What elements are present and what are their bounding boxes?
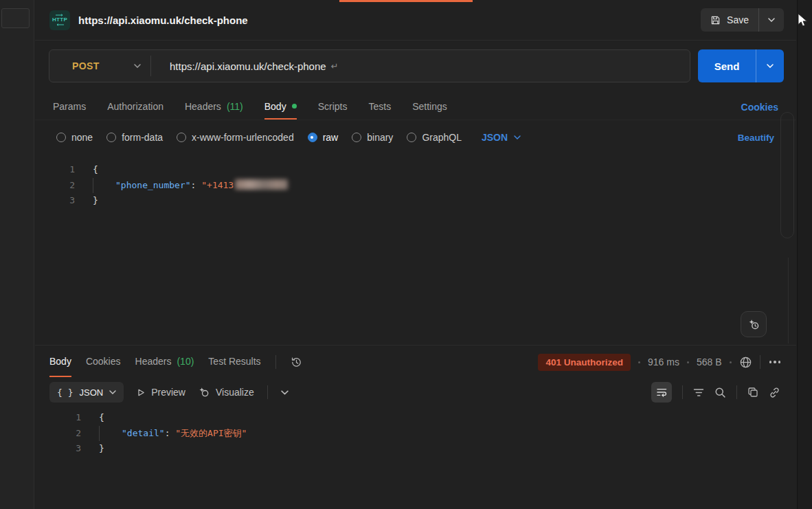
visualize-sparkle-icon xyxy=(199,387,210,398)
radio-label: form-data xyxy=(122,132,163,143)
code-line: 1 { xyxy=(48,410,769,426)
code-text: "phone_number": "+1413 xyxy=(75,178,288,194)
code-text: } xyxy=(81,441,104,457)
request-header: HTTP https://api.xiaomu.uk/check-phone S… xyxy=(35,0,796,41)
response-header: Body Cookies Headers(10) Test Results 40… xyxy=(35,347,796,377)
method-label: POST xyxy=(72,60,100,71)
preview-button[interactable]: Preview xyxy=(137,387,185,398)
app-root: HTTP https://api.xiaomu.uk/check-phone S… xyxy=(0,0,812,509)
line-number: 1 xyxy=(42,162,75,178)
http-badge-label: HTTP xyxy=(52,17,67,23)
response-format-dropdown[interactable]: { } JSON xyxy=(49,382,124,403)
tab-tests[interactable]: Tests xyxy=(368,94,391,120)
line-number: 2 xyxy=(48,426,81,442)
tab-label: Params xyxy=(53,101,86,112)
network-info-button[interactable] xyxy=(739,356,752,369)
response-meta: 401 Unauthorized 916 ms 568 B xyxy=(538,347,796,377)
chevron-down-icon xyxy=(768,18,775,22)
save-button[interactable]: Save xyxy=(701,8,759,32)
raw-format-dropdown[interactable]: JSON xyxy=(482,132,521,143)
save-split-button: Save xyxy=(701,8,784,32)
main-panel: HTTP https://api.xiaomu.uk/check-phone S… xyxy=(35,0,796,509)
search-button[interactable] xyxy=(714,387,726,398)
scrollbar-track xyxy=(788,258,789,343)
line-number: 1 xyxy=(48,410,81,426)
sidebar-collapsed-item[interactable] xyxy=(1,8,30,28)
radio-label: none xyxy=(71,132,93,143)
json-key: "detail" xyxy=(122,428,165,438)
radio-graphql[interactable]: GraphQL xyxy=(407,132,462,143)
save-button-label: Save xyxy=(727,14,749,25)
tab-label: Cookies xyxy=(86,356,121,367)
response-section-divider[interactable] xyxy=(35,345,796,346)
tab-body[interactable]: Body xyxy=(264,94,297,120)
chevron-down-icon xyxy=(134,64,141,68)
wrap-text-button[interactable] xyxy=(651,382,672,403)
mouse-cursor xyxy=(798,13,808,27)
filter-button[interactable] xyxy=(693,388,704,397)
dot-separator xyxy=(638,361,640,363)
preview-label: Preview xyxy=(151,387,185,398)
method-selector[interactable]: POST xyxy=(49,60,150,71)
request-title: https://api.xiaomu.uk/check-phone xyxy=(78,14,248,26)
radio-label: GraphQL xyxy=(422,132,462,143)
send-options-button[interactable] xyxy=(756,49,784,82)
radio-raw[interactable]: raw xyxy=(308,132,339,143)
code-line: 3 } xyxy=(42,193,769,209)
response-tab-headers[interactable]: Headers(10) xyxy=(135,347,194,377)
code-text: "detail": "无效的API密钥" xyxy=(81,426,247,442)
code-line: 3 } xyxy=(48,441,769,457)
globe-icon xyxy=(739,356,752,369)
response-time[interactable]: 916 ms xyxy=(648,357,679,367)
response-tab-test-results[interactable]: Test Results xyxy=(208,347,260,377)
scrollbar-thumb[interactable] xyxy=(780,112,794,238)
radio-form-data[interactable]: form-data xyxy=(106,132,163,143)
divider xyxy=(267,385,268,399)
code-line: 1 { xyxy=(42,162,769,178)
response-size[interactable]: 568 B xyxy=(697,357,722,367)
http-request-icon: HTTP xyxy=(49,10,70,30)
send-split-button: Send xyxy=(698,49,784,82)
tab-label: Headers xyxy=(135,356,172,367)
radio-none[interactable]: none xyxy=(56,132,93,143)
tab-authorization[interactable]: Authorization xyxy=(107,94,163,120)
line-number: 3 xyxy=(48,441,81,457)
copy-button[interactable] xyxy=(747,387,758,398)
visualize-button[interactable]: Visualize xyxy=(199,387,254,398)
url-input[interactable]: https://api.xiaomu.uk/check-phone xyxy=(170,60,326,72)
cookies-link[interactable]: Cookies xyxy=(741,102,778,113)
radio-circle-icon xyxy=(106,133,116,142)
dot-separator xyxy=(687,361,689,363)
response-headers-count: (10) xyxy=(177,356,194,367)
radio-x-www-form-urlencoded[interactable]: x-www-form-urlencoded xyxy=(177,132,294,143)
response-body-viewer[interactable]: 1 { 2 "detail": "无效的API密钥" 3 } xyxy=(48,410,769,472)
tab-label: Headers xyxy=(185,101,221,112)
status-badge[interactable]: 401 Unauthorized xyxy=(538,354,631,371)
tab-params[interactable]: Params xyxy=(53,94,86,120)
tab-label: Tests xyxy=(368,101,391,112)
response-history-button[interactable] xyxy=(291,357,302,368)
tab-scripts[interactable]: Scripts xyxy=(318,94,348,120)
request-body-editor[interactable]: 1 { 2 "phone_number": "+1413 3 } xyxy=(42,162,769,343)
link-button[interactable] xyxy=(769,387,780,398)
radio-circle-icon xyxy=(56,133,66,142)
more-options-button[interactable] xyxy=(768,359,782,365)
response-tab-cookies[interactable]: Cookies xyxy=(86,347,121,377)
clock-history-icon xyxy=(291,357,302,368)
json-value: "无效的API密钥" xyxy=(175,428,247,438)
dot-separator xyxy=(730,361,732,363)
tab-label: Body xyxy=(49,356,71,367)
postbot-button[interactable] xyxy=(741,311,767,337)
more-views-chevron[interactable] xyxy=(281,390,289,395)
radio-binary[interactable]: binary xyxy=(352,132,393,143)
send-button[interactable]: Send xyxy=(698,49,756,82)
play-triangle-icon xyxy=(137,388,145,397)
visualize-label: Visualize xyxy=(216,387,254,398)
divider xyxy=(736,385,737,399)
response-tab-body[interactable]: Body xyxy=(49,347,71,377)
wrap-text-icon xyxy=(656,387,668,397)
tab-headers[interactable]: Headers(11) xyxy=(185,94,243,120)
beautify-link[interactable]: Beautify xyxy=(738,133,774,143)
save-options-button[interactable] xyxy=(759,8,784,32)
tab-settings[interactable]: Settings xyxy=(412,94,447,120)
